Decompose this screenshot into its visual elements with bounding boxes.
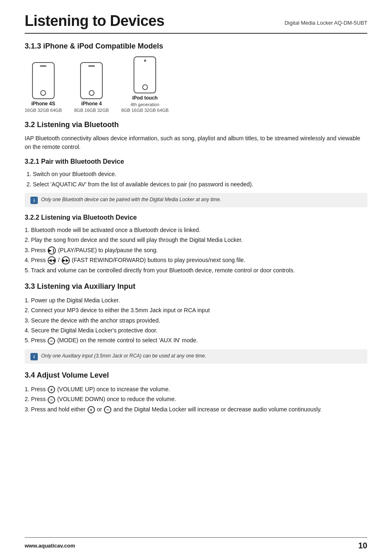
- info-text-33: Only one Auxiliary input (3.5mm Jack or …: [41, 353, 206, 360]
- home-button-icon: [142, 84, 148, 90]
- section-313-heading: 3.1.3 iPhone & iPod Compatible Models: [25, 42, 367, 51]
- list-item: 4. Press ◀◀ / ▶▶ (FAST REWIND/FORWARD) b…: [25, 255, 367, 265]
- section-321-steps: Switch on your Bluetooth device. Select …: [33, 169, 367, 189]
- page-title: Listening to Devices: [25, 12, 164, 30]
- list-item: 4. Secure the Digital Media Locker's pro…: [25, 326, 367, 335]
- list-item: Select 'AQUATIC AV' from the list of ava…: [33, 180, 367, 189]
- page-header: Listening to Devices Digital Media Locke…: [25, 12, 367, 34]
- list-item: 1. Bluetooth mode will be activated once…: [25, 225, 367, 234]
- device-iphone4s-image: [32, 62, 55, 99]
- device-ipodtouch-image: [134, 56, 156, 93]
- device-iphone4s-storage: 16GB 32GB 64GB: [25, 107, 62, 113]
- page-footer: www.aquaticav.com 10: [25, 537, 367, 550]
- device-ipodtouch-gen: 4th generation: [131, 102, 159, 107]
- page-subtitle: Digital Media Locker AQ-DM-5UBT: [284, 12, 367, 26]
- list-item: 2. Press − (VOLUME DOWN) once to reduce …: [25, 395, 367, 404]
- list-item: 1. Press + (VOLUME UP) once to increase …: [25, 385, 367, 394]
- info-icon: i: [30, 353, 38, 360]
- list-item: 3. Press and hold either + or − and the …: [25, 405, 367, 414]
- info-icon: i: [30, 197, 38, 204]
- info-text-321: Only one Bluetooth device can be paired …: [41, 196, 221, 203]
- speaker-icon: [40, 65, 46, 67]
- list-item: 5. Press − (MODE) on the remote control …: [25, 336, 367, 345]
- device-ipodtouch-storage: 8GB 16GB 32GB 64GB: [121, 107, 169, 113]
- section-33-heading: 3.3 Listening via Auxiliary Input: [25, 282, 367, 291]
- volume-down-hold-icon: −: [104, 406, 111, 413]
- volume-up-hold-icon: +: [88, 406, 95, 413]
- list-item: 2. Play the song from device and the sou…: [25, 235, 367, 244]
- list-item: Switch on your Bluetooth device.: [33, 169, 367, 179]
- section-322-steps: 1. Bluetooth mode will be activated once…: [25, 225, 367, 275]
- volume-down-icon: −: [48, 396, 55, 404]
- page: Listening to Devices Digital Media Locke…: [0, 0, 392, 557]
- device-iphone4-name: iPhone 4: [81, 101, 102, 107]
- camera-dot-icon: [144, 60, 146, 62]
- info-box-321: i Only one Bluetooth device can be paire…: [25, 193, 367, 207]
- device-ipodtouch-name: iPod touch: [132, 95, 158, 102]
- rewind-icon: ◀◀: [48, 256, 56, 265]
- device-iphone4-image: [80, 62, 103, 99]
- section-322-heading: 3.2.2 Listening via Bluetooth Device: [25, 214, 367, 221]
- home-button-icon: [40, 90, 46, 96]
- list-item: 5. Track and volume can be controlled di…: [25, 266, 367, 275]
- device-iphone4s-name: iPhone 4S: [31, 101, 55, 107]
- speaker-icon: [88, 65, 95, 67]
- mode-icon: −: [48, 337, 55, 345]
- home-button-icon: [89, 90, 95, 96]
- volume-up-icon: +: [48, 386, 55, 393]
- device-iphone4s: iPhone 4S 16GB 32GB 64GB: [25, 62, 62, 113]
- device-iphone4: iPhone 4 8GB 16GB 32GB: [74, 62, 109, 113]
- list-item: 3. Secure the device with the anchor str…: [25, 316, 367, 325]
- section-321-heading: 3.2.1 Pair with Bluetooth Device: [25, 158, 367, 165]
- play-pause-icon: ▶❙: [48, 246, 56, 255]
- list-item: 2. Connect your MP3 device to either the…: [25, 306, 367, 315]
- section-34-steps: 1. Press + (VOLUME UP) once to increase …: [25, 385, 367, 414]
- section-33-steps: 1. Power up the Digital Media Locker. 2.…: [25, 296, 367, 345]
- section-32-body: IAP Bluetooth connectivity allows device…: [25, 134, 367, 151]
- footer-page-number: 10: [358, 541, 367, 550]
- section-34-heading: 3.4 Adjust Volume Level: [25, 371, 367, 380]
- device-ipodtouch: iPod touch 4th generation 8GB 16GB 32GB …: [121, 56, 169, 113]
- device-iphone4-storage: 8GB 16GB 32GB: [74, 107, 109, 113]
- section-32-heading: 3.2 Listening via Bluetooth: [25, 121, 367, 129]
- devices-row: iPhone 4S 16GB 32GB 64GB iPhone 4 8GB 16…: [25, 56, 367, 113]
- list-item: 1. Power up the Digital Media Locker.: [25, 296, 367, 305]
- list-item: 3. Press ▶❙ (PLAY/PAUSE) to play/pause t…: [25, 246, 367, 255]
- footer-url: www.aquaticav.com: [25, 543, 75, 549]
- forward-icon: ▶▶: [62, 256, 70, 265]
- info-box-33: i Only one Auxiliary input (3.5mm Jack o…: [25, 349, 367, 364]
